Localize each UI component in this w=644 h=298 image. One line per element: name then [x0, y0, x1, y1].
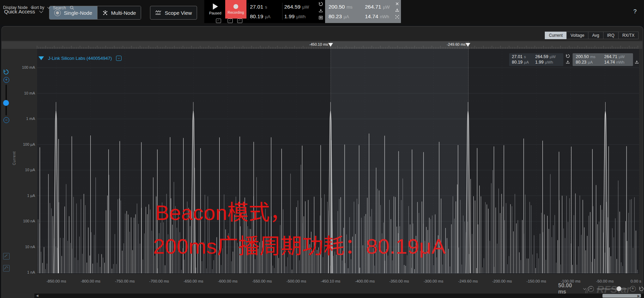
time-marker-handle[interactable] [328, 43, 333, 47]
tab-multi-node[interactable]: Multi-Node [97, 6, 141, 19]
recording-label: Recording [228, 10, 244, 14]
download-icon[interactable] [318, 8, 323, 13]
sweep-timer-icon[interactable] [228, 19, 233, 23]
tab-label: Scope View [165, 10, 192, 16]
x-axis: -850.00 ms-800.00 ms-750.00 ms-700.00 ms… [0, 279, 644, 285]
energy-profiler-window: Quick Access Single-Node Multi-Node Scop… [0, 0, 644, 298]
waveform-icon [155, 10, 162, 16]
selection-current-value: 80.23 [329, 13, 342, 19]
target-icon[interactable] [395, 14, 400, 19]
time-marker-handle[interactable] [465, 43, 470, 47]
scroll-right-arrow-icon[interactable]: ▶ [637, 294, 640, 298]
chevron-down-icon[interactable] [583, 287, 586, 289]
zoom-out-time-button[interactable]: − [588, 286, 594, 292]
y-axis-tick-label: 1 µA [27, 194, 35, 198]
tab-label: Single-Node [64, 10, 92, 16]
x-axis-tick-label: -650.00 ms [184, 279, 204, 283]
x-axis-tick-label: -249.60 ms [458, 279, 478, 283]
time-marker-label: -450.10 ms [309, 42, 328, 46]
x-axis-tick-label: -350.00 ms [389, 279, 409, 283]
tab-irq[interactable]: IRQ [603, 32, 619, 39]
session-power-unit: µW [302, 4, 309, 10]
y-axis: 100 mA10 mA1 mA100 µA10 µA1 µA100 nA10 n… [14, 0, 35, 298]
sweep-timer-icon[interactable] [237, 19, 242, 23]
search-control[interactable]: Search [53, 5, 74, 10]
zoom-in-time-button[interactable]: + [630, 286, 636, 292]
x-axis-tick-label: -600.00 ms [218, 279, 238, 283]
collapse-triangle-icon [38, 56, 44, 60]
y-axis-tick-label: 100 nA [23, 219, 35, 223]
device-label: J-Link Silicon Labs (440054947) [48, 56, 112, 61]
undo-icon[interactable] [318, 1, 323, 7]
vertical-zoom-thumb[interactable] [3, 100, 9, 106]
x-axis-tick-label: -400.00 ms [355, 279, 375, 283]
selection-energy-value: 14.74 [365, 13, 378, 19]
y-axis-tick-label: 10 mA [24, 91, 35, 95]
y-axis-tick-label: 1 mA [26, 117, 35, 121]
x-axis-tick-label: -450.10 ms [321, 279, 341, 283]
radio-icon [54, 10, 61, 16]
download-icon[interactable] [634, 60, 639, 65]
y-axis-tick-label: 100 mA [22, 65, 35, 69]
tab-avg[interactable]: Avg [588, 32, 603, 39]
device-panel-header[interactable]: J-Link Silicon Labs (440054947) [38, 56, 122, 61]
x-axis-tick-label: 0.00 s [631, 279, 641, 283]
measurement-toolbar: Paused Recording 27.01s 80.19µA [204, 0, 325, 23]
tab-scope-view[interactable]: Scope View [150, 6, 197, 20]
selection-power-value: 264.71 [365, 4, 381, 10]
session-power-value: 264.59 [284, 4, 300, 10]
y-axis-tick-label: 1 nA [27, 270, 35, 274]
help-icon[interactable]: ? [633, 8, 636, 15]
network-icon [102, 10, 108, 16]
x-axis-tick-label: -850.00 ms [46, 279, 66, 283]
tab-rxtx[interactable]: RX/TX [618, 32, 639, 39]
recording-button[interactable]: Recording [225, 0, 246, 19]
chart-tool-line-icon[interactable] [3, 253, 10, 260]
list-icon[interactable] [318, 15, 323, 20]
session-energy-value: 1.99 [284, 13, 295, 19]
selection-overlay-stats: 200.50ms 80.23µA 264.71µW 14.74nWh [573, 53, 633, 66]
session-overlay-stats: 27.01s 80.19µA 264.59µW 1.99µWh [509, 53, 563, 66]
download-icon[interactable] [395, 8, 400, 13]
chevron-down-icon [47, 5, 50, 8]
x-axis-tick-label: -150.00 ms [527, 279, 547, 283]
zoom-out-button[interactable]: − [3, 117, 9, 123]
horizontal-scrollbar[interactable]: ◀ ▶ [34, 294, 644, 298]
download-icon[interactable] [565, 60, 570, 65]
tab-label: Multi-Node [111, 10, 136, 16]
session-energy-unit: µWh [296, 14, 306, 19]
tab-voltage[interactable]: Voltage [566, 32, 588, 39]
device-options-icon[interactable] [116, 56, 122, 61]
session-duration-value: 27.01 [250, 4, 263, 10]
undo-icon[interactable] [565, 54, 570, 58]
scrollbar-thumb[interactable]: ▶ [602, 294, 641, 298]
divider [248, 3, 248, 20]
current-chart[interactable]: J-Link Silicon Labs (440054947) 27.01s 8… [37, 49, 639, 274]
x-axis-tick-label: -800.00 ms [81, 279, 101, 283]
paused-button[interactable]: Paused [205, 0, 225, 19]
time-window-value[interactable]: 50.00 ms [558, 283, 581, 295]
time-window-control: 50.00 ms − + [558, 284, 644, 293]
reset-time-zoom-icon[interactable] [639, 286, 644, 292]
x-axis-tick-label: -500.00 ms [286, 279, 306, 283]
time-zoom-slider[interactable] [597, 288, 627, 289]
reset-zoom-icon[interactable] [3, 69, 9, 75]
y-axis-title: Current [12, 151, 16, 165]
selection-energy-unit: nWh [380, 14, 389, 19]
session-actions [317, 1, 324, 20]
x-axis-tick-label: -50.00 ms [596, 279, 614, 283]
session-duration-unit: s [265, 4, 267, 10]
paused-label: Paused [209, 11, 221, 15]
x-axis-tick-label: -700.00 ms [149, 279, 169, 283]
time-zoom-thumb[interactable] [617, 286, 621, 291]
selection-current-unit: µA [344, 14, 349, 19]
y-axis-tick-label: 10 nA [25, 245, 35, 249]
selection-duration-unit: ms [346, 4, 352, 10]
sweep-timer-icon[interactable] [216, 19, 221, 23]
scroll-left-arrow-icon[interactable]: ◀ [36, 294, 38, 298]
close-icon[interactable] [395, 1, 400, 6]
chart-tool-curve-icon[interactable] [3, 265, 10, 272]
zoom-in-button[interactable]: + [3, 77, 9, 83]
selection-power-unit: µW [383, 4, 390, 10]
tab-current[interactable]: Current [545, 32, 567, 39]
